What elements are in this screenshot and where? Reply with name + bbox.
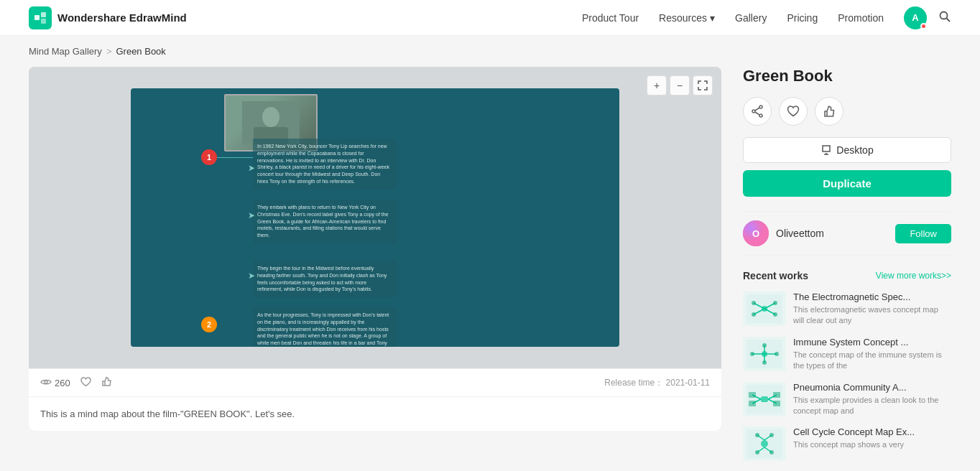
work-desc-3: This example provides a clean look to th… bbox=[793, 395, 951, 417]
work-item-4[interactable]: Cell Cycle Concept Map Ex... This concep… bbox=[743, 426, 951, 461]
breadcrumb-separator: > bbox=[106, 46, 112, 57]
map-node-2: 2 bbox=[201, 317, 217, 332]
svg-rect-42 bbox=[749, 392, 756, 398]
map-node-1: 1 bbox=[201, 149, 217, 165]
svg-line-13 bbox=[755, 112, 759, 115]
svg-line-12 bbox=[755, 108, 759, 111]
svg-point-3 bbox=[940, 11, 948, 19]
svg-point-53 bbox=[769, 433, 774, 437]
svg-point-34 bbox=[762, 343, 767, 348]
svg-point-6 bbox=[262, 107, 279, 127]
work-item-1[interactable]: The Electromagnetic Spec... This electro… bbox=[743, 292, 951, 327]
work-item-2[interactable]: Immune System Concept ... The concept ma… bbox=[743, 337, 951, 372]
avatar[interactable]: A bbox=[904, 6, 927, 29]
heart-stat[interactable] bbox=[80, 377, 91, 389]
svg-point-8 bbox=[45, 381, 47, 383]
work-title-4: Cell Cycle Concept Map Ex... bbox=[793, 426, 951, 437]
map-text-1: In 1962 New York City, bouncer Tony Lip … bbox=[253, 139, 397, 190]
work-item-3[interactable]: Pneumonia Community A... This example pr… bbox=[743, 382, 951, 417]
svg-rect-45 bbox=[773, 401, 780, 406]
search-icon[interactable] bbox=[938, 10, 951, 26]
work-desc-4: This concept map shows a very bbox=[793, 439, 951, 450]
stats-bar: 260 bbox=[29, 368, 721, 396]
brand-name: Wondershare EdrawMind bbox=[57, 11, 187, 24]
work-desc-1: This electromagnetic waves concept map w… bbox=[793, 304, 951, 327]
thumbup-icon bbox=[101, 376, 112, 389]
svg-point-11 bbox=[752, 110, 755, 113]
like-button[interactable] bbox=[779, 97, 808, 126]
work-info-1: The Electromagnetic Spec... This electro… bbox=[793, 292, 951, 327]
svg-rect-37 bbox=[761, 396, 768, 402]
map-text-3: They begin the tour in the Midwest befor… bbox=[253, 261, 397, 297]
work-info-2: Immune System Concept ... The concept ma… bbox=[793, 337, 951, 372]
description: This is a mind map about the film-"GREEN… bbox=[29, 396, 721, 431]
breadcrumb: Mind Map Gallery > Green Book bbox=[0, 36, 980, 67]
map-arrow-1: ➤ bbox=[248, 163, 255, 173]
work-title-3: Pneumonia Community A... bbox=[793, 382, 951, 393]
work-thumb-3 bbox=[743, 382, 786, 416]
svg-point-9 bbox=[759, 106, 762, 108]
main-layout: + − bbox=[0, 67, 980, 471]
preview-container: + − bbox=[29, 67, 721, 431]
svg-rect-1 bbox=[41, 12, 46, 17]
main-nav: Product Tour Resources ▾ Gallery Pricing… bbox=[582, 12, 884, 24]
stats-left: 260 bbox=[40, 376, 112, 389]
svg-line-4 bbox=[947, 18, 951, 22]
thumbup-stat[interactable] bbox=[101, 376, 112, 389]
author-info: O Oliveettom bbox=[743, 220, 824, 246]
map-text-2: They embark with plans to return to New … bbox=[253, 200, 397, 243]
logo[interactable]: Wondershare EdrawMind bbox=[29, 6, 187, 29]
svg-point-25 bbox=[773, 312, 777, 317]
recent-works-header: Recent works View more works>> bbox=[743, 270, 951, 281]
content-area: + − bbox=[29, 67, 721, 471]
work-info-3: Pneumonia Community A... This example pr… bbox=[793, 382, 951, 417]
follow-button[interactable]: Follow bbox=[895, 224, 951, 243]
header: Wondershare EdrawMind Product Tour Resou… bbox=[0, 0, 980, 36]
svg-point-31 bbox=[775, 352, 779, 356]
work-thumb-2 bbox=[743, 337, 786, 371]
svg-point-52 bbox=[755, 433, 759, 437]
share-button[interactable] bbox=[743, 97, 772, 126]
view-count: 260 bbox=[40, 377, 70, 388]
nav-gallery[interactable]: Gallery bbox=[735, 12, 767, 24]
svg-rect-0 bbox=[34, 15, 40, 20]
svg-point-47 bbox=[761, 440, 768, 447]
fullscreen-button[interactable] bbox=[693, 75, 713, 95]
svg-point-54 bbox=[755, 450, 759, 454]
map-arrow-3: ➤ bbox=[248, 271, 255, 281]
sidebar: Green Book bbox=[743, 67, 951, 471]
zoom-in-button[interactable]: + bbox=[647, 75, 667, 95]
release-time: Release time： 2021-01-11 bbox=[604, 377, 710, 389]
desktop-button[interactable]: Desktop bbox=[743, 137, 951, 163]
view-more-link[interactable]: View more works>> bbox=[876, 271, 951, 281]
header-actions: A bbox=[904, 6, 951, 29]
nav-product-tour[interactable]: Product Tour bbox=[582, 12, 639, 24]
action-icons bbox=[743, 97, 951, 126]
thumbup-button[interactable] bbox=[815, 97, 843, 126]
svg-point-10 bbox=[759, 114, 762, 117]
zoom-out-button[interactable]: − bbox=[670, 75, 690, 95]
nav-promotion[interactable]: Promotion bbox=[838, 12, 884, 24]
svg-point-35 bbox=[762, 360, 767, 365]
eye-icon bbox=[40, 377, 52, 388]
mindmap-preview-area[interactable]: 1 In 1962 New York City, bouncer Tony Li… bbox=[29, 67, 721, 368]
work-desc-2: The concept map of the immune system is … bbox=[793, 350, 951, 372]
work-info-4: Cell Cycle Concept Map Ex... This concep… bbox=[793, 426, 951, 450]
svg-text:O: O bbox=[752, 228, 759, 239]
map-line-1 bbox=[217, 157, 253, 158]
duplicate-button[interactable]: Duplicate bbox=[743, 170, 951, 197]
logo-icon bbox=[29, 6, 52, 29]
mindmap-canvas: 1 In 1962 New York City, bouncer Tony Li… bbox=[131, 88, 619, 347]
notification-dot bbox=[920, 23, 927, 29]
author-avatar[interactable]: O bbox=[743, 220, 769, 246]
recent-works-label: Recent works bbox=[743, 270, 808, 281]
nav-pricing[interactable]: Pricing bbox=[787, 12, 818, 24]
map-arrow-2: ➤ bbox=[248, 210, 255, 220]
nav-resources[interactable]: Resources ▾ bbox=[659, 12, 715, 24]
breadcrumb-home[interactable]: Mind Map Gallery bbox=[29, 46, 102, 57]
work-title-2: Immune System Concept ... bbox=[793, 337, 951, 348]
svg-rect-2 bbox=[41, 19, 46, 24]
work-thumb-4 bbox=[743, 426, 786, 461]
breadcrumb-current: Green Book bbox=[116, 46, 165, 57]
work-thumb-1 bbox=[743, 292, 786, 326]
